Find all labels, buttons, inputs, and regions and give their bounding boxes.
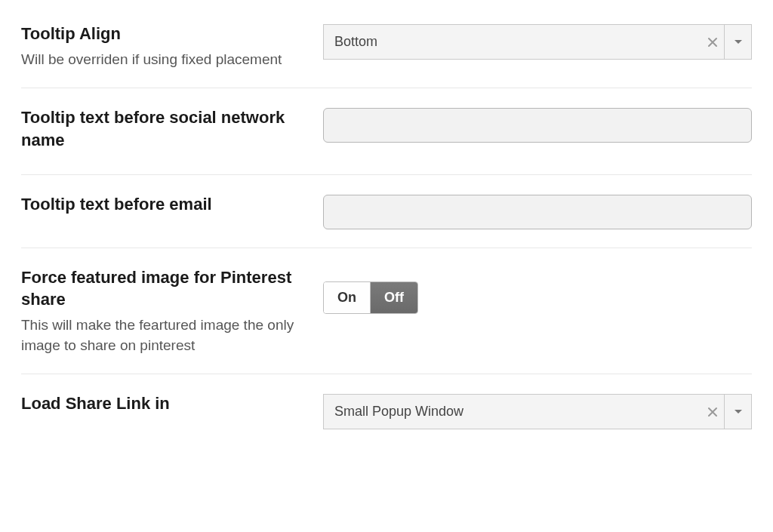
select-value[interactable]: Small Popup Window — [324, 395, 701, 429]
tooltip-before-email-input[interactable] — [323, 195, 752, 229]
toggle-off-button[interactable]: Off — [370, 282, 417, 313]
control-col: On Off — [323, 266, 752, 314]
load-share-select[interactable]: Small Popup Window — [323, 394, 752, 429]
label-col: Tooltip text before social network name — [21, 106, 323, 155]
clear-icon[interactable] — [701, 395, 724, 429]
row-pinterest-force: Force featured image for Pinterest share… — [21, 248, 752, 375]
row-tooltip-align: Tooltip Align Will be overriden if using… — [21, 15, 752, 88]
setting-title-load-share: Load Share Link in — [21, 392, 300, 415]
label-col: Force featured image for Pinterest share… — [21, 266, 323, 356]
label-col: Tooltip text before email — [21, 193, 323, 220]
row-tooltip-before-email: Tooltip text before email — [21, 175, 752, 248]
settings-panel: Tooltip Align Will be overriden if using… — [0, 0, 773, 478]
toggle-on-button[interactable]: On — [324, 282, 370, 313]
setting-title-tooltip-align: Tooltip Align — [21, 23, 300, 45]
chevron-down-icon[interactable] — [724, 25, 751, 59]
select-value[interactable]: Bottom — [324, 25, 701, 59]
clear-icon[interactable] — [701, 25, 724, 59]
setting-desc-tooltip-align: Will be overriden if using fixed placeme… — [21, 50, 300, 70]
setting-title-tooltip-before-social: Tooltip text before social network name — [21, 106, 300, 151]
row-load-share: Load Share Link in Small Popup Window — [21, 374, 752, 447]
pinterest-force-toggle: On Off — [323, 281, 418, 314]
chevron-down-icon[interactable] — [724, 395, 751, 429]
control-col: Small Popup Window — [323, 392, 752, 429]
label-col: Tooltip Align Will be overriden if using… — [21, 23, 323, 69]
tooltip-before-social-input[interactable] — [323, 108, 752, 143]
tooltip-align-select[interactable]: Bottom — [323, 24, 752, 60]
setting-title-tooltip-before-email: Tooltip text before email — [21, 193, 300, 216]
control-col: Bottom — [323, 23, 752, 60]
row-tooltip-before-social: Tooltip text before social network name — [21, 88, 752, 174]
control-col — [323, 193, 752, 229]
setting-title-pinterest-force: Force featured image for Pinterest share — [21, 266, 300, 311]
setting-desc-pinterest-force: This will make the feartured image the o… — [21, 315, 300, 355]
control-col — [323, 106, 752, 143]
label-col: Load Share Link in — [21, 392, 323, 420]
